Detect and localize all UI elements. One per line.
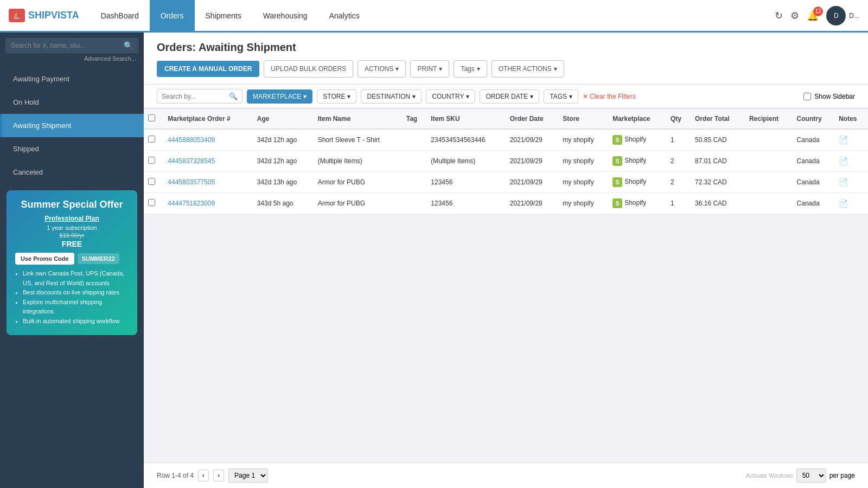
nav-orders[interactable]: Orders bbox=[150, 0, 195, 34]
table-body: 4445888053409 342d 12h ago Short Sleeve … bbox=[144, 129, 868, 214]
notifications-button[interactable]: 🔔 12 bbox=[807, 10, 819, 22]
row-marketplace: SShopify bbox=[608, 129, 666, 151]
search-filter-input[interactable] bbox=[162, 93, 227, 100]
row-tag bbox=[402, 129, 427, 151]
sidebar-search-input[interactable] bbox=[11, 42, 120, 49]
show-sidebar-checkbox[interactable] bbox=[803, 93, 811, 100]
page-prev-button[interactable]: ‹ bbox=[198, 470, 209, 481]
nav-analytics[interactable]: Analytics bbox=[318, 0, 371, 34]
row-order-num: 4445837328545 bbox=[163, 151, 252, 172]
row-qty: 1 bbox=[666, 129, 691, 151]
marketplace-filter-button[interactable]: MARKETPLACE ▾ bbox=[247, 89, 312, 104]
order-link[interactable]: 4445888053409 bbox=[168, 136, 215, 144]
row-sku: 234534534563446 bbox=[426, 129, 505, 151]
print-label: PRINT bbox=[417, 65, 437, 73]
row-select-checkbox[interactable] bbox=[148, 178, 155, 185]
advanced-search-link[interactable]: Advanced Search... bbox=[5, 55, 138, 62]
actions-button[interactable]: ACTIONS ▾ bbox=[358, 60, 406, 78]
print-button[interactable]: PRINT ▾ bbox=[410, 60, 449, 78]
row-age: 342d 12h ago bbox=[253, 151, 314, 172]
notes-icon[interactable]: 📄 bbox=[839, 157, 848, 165]
tags-button[interactable]: Tags ▾ bbox=[454, 60, 487, 78]
user-avatar-area[interactable]: D D... bbox=[826, 6, 859, 25]
sidebar-item-awaiting-payment[interactable]: Awaiting Payment bbox=[0, 67, 144, 91]
row-marketplace: SShopify bbox=[608, 151, 666, 172]
other-actions-button[interactable]: OTHER ACTIONS ▾ bbox=[492, 60, 564, 78]
sidebar-item-shipped[interactable]: Shipped bbox=[0, 137, 144, 160]
create-manual-order-button[interactable]: CREATE A MANUAL ORDER bbox=[157, 61, 259, 77]
page-next-button[interactable]: › bbox=[213, 470, 224, 481]
country-filter-label: COUNTRY bbox=[432, 93, 464, 100]
row-tag bbox=[402, 193, 427, 214]
col-country: Country bbox=[793, 109, 835, 130]
order-link[interactable]: 4445803577505 bbox=[168, 178, 215, 186]
tags-filter-label: TAGS bbox=[550, 93, 567, 100]
logo-area: ⛵ SHIPVISTA bbox=[9, 9, 79, 22]
order-date-filter-button[interactable]: ORDER DATE ▾ bbox=[480, 89, 539, 104]
sidebar-item-canceled[interactable]: Canceled bbox=[0, 160, 144, 184]
row-select-checkbox[interactable] bbox=[148, 136, 155, 143]
tags-chevron-icon: ▾ bbox=[477, 65, 480, 73]
nav-items: DashBoard Orders Shipments Warehousing A… bbox=[90, 0, 371, 32]
table-row: 4445837328545 342d 12h ago (Multiple Ite… bbox=[144, 151, 868, 172]
col-order-date: Order Date bbox=[506, 109, 559, 130]
notes-icon[interactable]: 📄 bbox=[839, 178, 848, 187]
row-total: 36.16 CAD bbox=[691, 193, 745, 214]
promo-feature-4: Built-in automated shipping workflow bbox=[23, 317, 129, 326]
row-order-num: 4445888053409 bbox=[163, 129, 252, 151]
row-total: 72.32 CAD bbox=[691, 172, 745, 193]
sidebar-item-on-hold[interactable]: On Hold bbox=[0, 91, 144, 114]
row-item-name: (Multiple Items) bbox=[314, 151, 402, 172]
row-notes: 📄 bbox=[834, 193, 868, 214]
promo-old-price: $19.99/yr bbox=[15, 232, 129, 239]
destination-filter-label: DESTINATION bbox=[367, 93, 410, 100]
order-date-filter-label: ORDER DATE bbox=[486, 93, 528, 100]
marketplace-filter-label: MARKETPLACE bbox=[253, 93, 301, 100]
nav-shipments[interactable]: Shipments bbox=[195, 0, 252, 34]
clear-filters-label: Clear the Filters bbox=[590, 93, 636, 100]
select-all-checkbox[interactable] bbox=[148, 114, 155, 121]
notes-icon[interactable]: 📄 bbox=[839, 136, 848, 144]
destination-filter-button[interactable]: DESTINATION ▾ bbox=[361, 89, 422, 104]
upload-bulk-orders-button[interactable]: UPLOAD BULK ORDERS bbox=[264, 60, 353, 78]
store-filter-button[interactable]: STORE ▾ bbox=[317, 89, 356, 104]
country-filter-button[interactable]: COUNTRY ▾ bbox=[426, 89, 475, 104]
order-link[interactable]: 4444751823009 bbox=[168, 200, 215, 207]
row-select-checkbox[interactable] bbox=[148, 199, 155, 206]
row-recipient bbox=[745, 151, 793, 172]
notes-icon[interactable]: 📄 bbox=[839, 199, 848, 208]
row-qty: 2 bbox=[666, 172, 691, 193]
order-date-filter-chevron: ▾ bbox=[530, 93, 533, 100]
order-link[interactable]: 4445837328545 bbox=[168, 157, 215, 165]
promo-use-code-button[interactable]: Use Promo Code bbox=[15, 253, 74, 265]
promo-feature-2: Best discounts on live shipping rates bbox=[23, 288, 129, 298]
promo-code-badge: SUMMER22 bbox=[78, 253, 119, 264]
page-select[interactable]: Page 1 bbox=[228, 468, 268, 483]
filters-bar: 🔍 MARKETPLACE ▾ STORE ▾ DESTINATION ▾ CO… bbox=[144, 85, 868, 108]
sidebar-item-awaiting-shipment[interactable]: Awaiting Shipment bbox=[0, 114, 144, 137]
row-sku: (Multiple Items) bbox=[426, 151, 505, 172]
row-info: Row 1-4 of 4 bbox=[157, 472, 194, 479]
row-tag bbox=[402, 151, 427, 172]
tags-filter-button[interactable]: TAGS ▾ bbox=[544, 89, 578, 104]
nav-dashboard[interactable]: DashBoard bbox=[90, 0, 150, 34]
per-page-select[interactable]: 25 50 100 bbox=[796, 468, 826, 483]
row-order-date: 2021/09/29 bbox=[506, 129, 559, 151]
top-nav: ⛵ SHIPVISTA DashBoard Orders Shipments W… bbox=[0, 0, 868, 33]
row-checkbox bbox=[144, 151, 163, 172]
promo-plan-link[interactable]: Professional Plan bbox=[15, 215, 129, 222]
row-tag bbox=[402, 172, 427, 193]
col-item-name: Item Name bbox=[314, 109, 402, 130]
nav-warehousing[interactable]: Warehousing bbox=[252, 0, 318, 34]
row-order-date: 2021/09/28 bbox=[506, 193, 559, 214]
sidebar-search-button[interactable]: 🔍 bbox=[124, 41, 133, 50]
row-notes: 📄 bbox=[834, 172, 868, 193]
col-order-total: Order Total bbox=[691, 109, 745, 130]
refresh-button[interactable]: ↻ bbox=[775, 10, 783, 22]
row-notes: 📄 bbox=[834, 151, 868, 172]
row-select-checkbox[interactable] bbox=[148, 157, 155, 164]
per-page-label: per page bbox=[829, 472, 855, 479]
clear-filters-button[interactable]: ✕ Clear the Filters bbox=[583, 93, 636, 100]
avatar: D bbox=[826, 6, 846, 25]
settings-button[interactable]: ⚙ bbox=[790, 10, 799, 22]
